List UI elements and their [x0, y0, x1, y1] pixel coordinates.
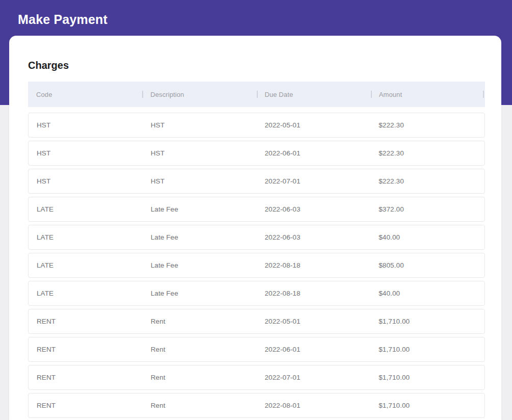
- cell-code: RENT: [29, 402, 143, 409]
- cell-code: HST: [29, 177, 143, 185]
- cell-amount: $40.00: [370, 233, 484, 241]
- table-row: RENT Rent 2022-08-01 $1,710.00: [28, 393, 485, 418]
- column-divider: [371, 91, 372, 98]
- page-title: Make Payment: [18, 12, 107, 27]
- cell-amount: $372.00: [370, 205, 484, 213]
- cell-code: LATE: [29, 233, 143, 241]
- cell-code: HST: [29, 121, 143, 129]
- table-header-row: Code Description Due Date Amount: [28, 82, 485, 107]
- column-header-amount: Amount: [371, 82, 485, 107]
- cell-description: Rent: [143, 374, 257, 381]
- cell-due-date: 2022-05-01: [257, 121, 371, 129]
- cell-code: HST: [29, 149, 143, 157]
- cell-description: Late Fee: [143, 205, 257, 213]
- cell-description: Late Fee: [143, 261, 257, 269]
- column-header-code: Code: [28, 82, 142, 107]
- column-divider: [483, 91, 484, 98]
- cell-amount: $222.30: [370, 121, 484, 129]
- cell-due-date: 2022-08-18: [257, 261, 371, 269]
- cell-due-date: 2022-08-01: [257, 402, 371, 409]
- table-row: LATE Late Fee 2022-08-18 $805.00: [28, 253, 485, 278]
- cell-code: RENT: [29, 346, 143, 353]
- cell-due-date: 2022-08-18: [257, 290, 371, 297]
- cell-due-date: 2022-06-01: [257, 149, 371, 157]
- cell-amount: $40.00: [370, 290, 484, 297]
- cell-description: Rent: [143, 346, 257, 353]
- column-header-description: Description: [142, 82, 256, 107]
- section-title-charges: Charges: [28, 60, 485, 71]
- cell-code: LATE: [29, 290, 143, 297]
- column-header-due-date: Due Date: [257, 82, 371, 107]
- column-divider: [257, 91, 258, 98]
- table-row: RENT Rent 2022-07-01 $1,710.00: [28, 365, 485, 390]
- column-header-label: Code: [36, 91, 52, 98]
- table-row: RENT Rent 2022-05-01 $1,710.00: [28, 309, 485, 334]
- content-card: Charges Code Description Due Date Amount: [9, 36, 501, 420]
- cell-description: HST: [143, 177, 257, 185]
- table-row: HST HST 2022-06-01 $222.30: [28, 141, 485, 166]
- column-header-label: Due Date: [265, 91, 293, 98]
- cell-due-date: 2022-07-01: [257, 177, 371, 185]
- cell-description: Late Fee: [143, 233, 257, 241]
- cell-amount: $222.30: [370, 149, 484, 157]
- column-header-label: Amount: [379, 91, 402, 98]
- charges-table: Code Description Due Date Amount HST HS: [28, 82, 485, 418]
- cell-due-date: 2022-06-03: [257, 233, 371, 241]
- cell-amount: $1,710.00: [370, 318, 484, 325]
- cell-due-date: 2022-06-03: [257, 205, 371, 213]
- cell-description: HST: [143, 121, 257, 129]
- cell-description: HST: [143, 149, 257, 157]
- cell-description: Rent: [143, 402, 257, 409]
- charges-rows: HST HST 2022-05-01 $222.30 HST HST 2022-…: [28, 113, 485, 418]
- table-row: HST HST 2022-05-01 $222.30: [28, 113, 485, 138]
- cell-due-date: 2022-05-01: [257, 318, 371, 325]
- cell-due-date: 2022-07-01: [257, 374, 371, 381]
- cell-amount: $222.30: [370, 177, 484, 185]
- table-row: HST HST 2022-07-01 $222.30: [28, 169, 485, 194]
- column-header-label: Description: [150, 91, 184, 98]
- cell-code: LATE: [29, 261, 143, 269]
- cell-amount: $805.00: [370, 261, 484, 269]
- cell-amount: $1,710.00: [370, 402, 484, 409]
- cell-code: RENT: [29, 318, 143, 325]
- table-row: LATE Late Fee 2022-08-18 $40.00: [28, 281, 485, 306]
- cell-description: Late Fee: [143, 290, 257, 297]
- cell-description: Rent: [143, 318, 257, 325]
- cell-code: LATE: [29, 205, 143, 213]
- column-divider: [142, 91, 143, 98]
- table-row: LATE Late Fee 2022-06-03 $372.00: [28, 197, 485, 222]
- cell-amount: $1,710.00: [370, 346, 484, 353]
- cell-code: RENT: [29, 374, 143, 381]
- table-row: RENT Rent 2022-06-01 $1,710.00: [28, 337, 485, 362]
- cell-due-date: 2022-06-01: [257, 346, 371, 353]
- cell-amount: $1,710.00: [370, 374, 484, 381]
- table-row: LATE Late Fee 2022-06-03 $40.00: [28, 225, 485, 250]
